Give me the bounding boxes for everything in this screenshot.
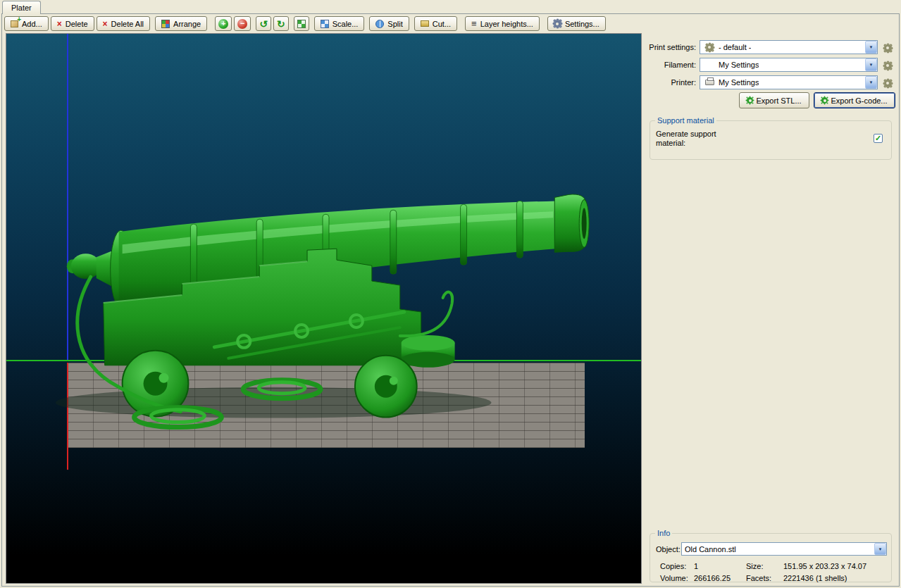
settings-button-label: Settings... xyxy=(565,20,599,28)
gear-icon xyxy=(884,44,892,52)
printer-combo[interactable]: My Settings ▼ xyxy=(700,75,878,89)
dropdown-arrow-icon[interactable]: ▼ xyxy=(865,41,877,54)
rotate-right-icon: ↻ xyxy=(277,19,285,29)
gear-icon xyxy=(884,62,892,70)
cut-button-label: Cut... xyxy=(433,20,451,28)
printer-gear-button[interactable] xyxy=(882,77,893,89)
arrange-button-label: Arrange xyxy=(173,20,201,28)
export-stl-label: Export STL... xyxy=(756,96,801,105)
volume-value: 266166.25 xyxy=(694,573,731,583)
rotate-cw-button[interactable]: ↻ xyxy=(273,16,289,31)
more-copies-button[interactable]: + xyxy=(215,16,232,31)
volume-label: Volume: xyxy=(660,573,688,583)
print-settings-combo[interactable]: - default - ▼ xyxy=(700,40,878,54)
export-gcode-icon xyxy=(821,97,828,104)
settings-button[interactable]: Settings... xyxy=(547,16,606,31)
object-combo[interactable]: Old Cannon.stl ▼ xyxy=(681,542,887,556)
print-settings-row: Print settings: - default - ▼ xyxy=(645,40,897,54)
facets-value: 2221436 (1 shells) xyxy=(783,573,847,583)
size-label: Size: xyxy=(746,561,763,571)
gear-icon xyxy=(706,44,714,51)
dropdown-arrow-icon[interactable]: ▼ xyxy=(865,76,877,89)
printer-row: Printer: My Settings ▼ xyxy=(645,75,897,89)
object-value: Old Cannon.stl xyxy=(685,545,736,553)
scale-button[interactable]: Scale... xyxy=(314,16,365,31)
printer-label: Printer: xyxy=(645,75,696,89)
delete-button-label: Delete xyxy=(66,20,88,28)
minus-circle-icon: − xyxy=(237,19,247,29)
scale-icon xyxy=(321,20,329,28)
tab-plater[interactable]: Plater xyxy=(2,1,41,14)
scale-fit-button[interactable] xyxy=(294,16,309,31)
dropdown-arrow-icon[interactable]: ▼ xyxy=(874,543,886,555)
cut-button[interactable]: Cut... xyxy=(414,16,457,31)
filament-value: My Settings xyxy=(719,61,759,69)
layer-heights-button[interactable]: ≡ Layer heights... xyxy=(465,16,540,31)
printer-icon xyxy=(705,80,714,85)
layers-icon: ≡ xyxy=(471,19,477,28)
facets-label: Facets: xyxy=(746,573,771,583)
filament-gear-button[interactable] xyxy=(882,60,893,71)
scale-button-label: Scale... xyxy=(333,20,359,28)
rotate-ccw-button[interactable]: ↺ xyxy=(256,16,271,31)
filament-combo[interactable]: My Settings ▼ xyxy=(700,58,878,72)
filament-row: Filament: My Settings ▼ xyxy=(645,58,897,72)
checkmark-icon: ✓ xyxy=(875,135,881,142)
layer-heights-button-label: Layer heights... xyxy=(480,20,533,28)
support-material-title: Support material xyxy=(655,115,716,125)
arrange-icon xyxy=(161,20,170,28)
copies-value: 1 xyxy=(694,561,698,571)
add-button-label: Add... xyxy=(22,20,42,28)
dropdown-arrow-icon[interactable]: ▼ xyxy=(865,58,877,71)
cannon-model[interactable] xyxy=(6,34,641,583)
split-button[interactable]: Split xyxy=(369,16,409,31)
print-settings-label: Print settings: xyxy=(645,40,696,54)
printer-value: My Settings xyxy=(719,78,759,87)
delete-all-button[interactable]: × Delete All xyxy=(97,16,151,31)
plus-circle-icon: + xyxy=(218,19,228,29)
arrange-button[interactable]: Arrange xyxy=(155,16,207,31)
info-group: Info Object: Old Cannon.stl ▼ Copies: 1 … xyxy=(650,533,892,582)
delete-button[interactable]: × Delete xyxy=(51,16,94,31)
export-row: Export STL... Export G-code... xyxy=(645,92,897,109)
generate-support-label: Generate support material: xyxy=(656,130,729,148)
export-stl-icon xyxy=(747,97,753,104)
export-gcode-button[interactable]: Export G-code... xyxy=(814,92,895,108)
gear-icon xyxy=(884,80,892,87)
gear-icon xyxy=(554,20,561,27)
red-x-icon: × xyxy=(57,20,62,28)
red-x-icon: × xyxy=(103,20,108,28)
toolbar: Add... × Delete × Delete All Arrange + −… xyxy=(2,14,899,33)
filament-label: Filament: xyxy=(645,58,696,72)
plater-page: Add... × Delete × Delete All Arrange + −… xyxy=(1,13,900,587)
export-gcode-label: Export G-code... xyxy=(831,96,887,105)
add-box-icon xyxy=(11,20,18,27)
size-value: 151.95 x 203.23 x 74.07 xyxy=(783,561,866,571)
add-button[interactable]: Add... xyxy=(4,16,49,31)
scale-fit-icon xyxy=(297,20,306,28)
print-settings-gear-button[interactable] xyxy=(882,42,893,54)
tab-bar: Plater xyxy=(0,0,901,13)
split-icon xyxy=(375,20,384,28)
support-material-group: Support material Generate support materi… xyxy=(650,120,892,160)
generate-support-checkbox[interactable]: ✓ xyxy=(874,134,883,143)
fewer-copies-button[interactable]: − xyxy=(234,16,251,31)
settings-panel: Print settings: - default - ▼ Filament: … xyxy=(645,33,897,584)
info-title: Info xyxy=(655,528,672,538)
copies-label: Copies: xyxy=(660,561,686,571)
delete-all-button-label: Delete All xyxy=(111,20,144,28)
cut-icon xyxy=(421,20,429,27)
rotate-left-icon: ↺ xyxy=(259,19,268,29)
object-label: Object: xyxy=(656,543,681,556)
3d-viewport[interactable] xyxy=(6,33,642,584)
print-settings-value: - default - xyxy=(719,43,751,51)
export-stl-button[interactable]: Export STL... xyxy=(739,92,809,108)
split-button-label: Split xyxy=(387,20,402,28)
